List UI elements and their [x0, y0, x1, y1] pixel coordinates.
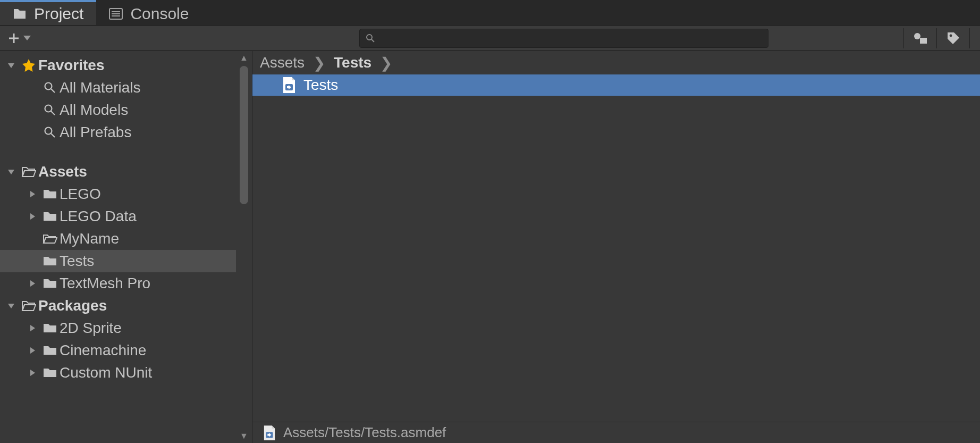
file-list: Tests	[252, 74, 980, 422]
svg-line-14	[51, 133, 55, 137]
tree-item-lego-data[interactable]: LEGO Data	[0, 205, 252, 228]
tree-label: 2D Sprite	[60, 320, 122, 337]
expand-toggle-icon[interactable]	[24, 280, 40, 287]
search-icon	[40, 127, 60, 138]
tree-header-packages[interactable]: Packages	[0, 295, 252, 317]
asmdef-icon	[263, 425, 276, 440]
chevron-right-icon: ❯	[380, 54, 392, 72]
tree-label: Packages	[38, 297, 107, 314]
svg-point-9	[45, 83, 52, 90]
svg-point-8	[949, 34, 952, 37]
star-icon	[19, 58, 38, 72]
tree-label: Tests	[60, 253, 94, 270]
folder-icon	[40, 345, 60, 356]
tree-item-all-prefabs[interactable]: All Prefabs	[0, 121, 252, 144]
tree-label: Favorites	[38, 57, 105, 74]
svg-point-11	[45, 105, 52, 112]
filter-by-type-button[interactable]	[903, 28, 936, 48]
folder-open-icon	[19, 300, 38, 312]
tab-console[interactable]: Console	[96, 0, 201, 25]
expand-toggle-icon[interactable]	[3, 302, 19, 310]
tree-label: All Materials	[60, 79, 140, 96]
sidebar-scrollbar[interactable]: ▲ ▼	[236, 51, 252, 443]
breadcrumb: Assets ❯ Tests ❯	[252, 51, 980, 74]
folder-open-icon	[19, 166, 38, 178]
search-input[interactable]	[380, 32, 762, 44]
filter-by-label-button[interactable]	[936, 28, 969, 48]
expand-toggle-icon[interactable]	[24, 347, 40, 354]
project-tree: Favorites All Materials All Models	[0, 51, 252, 443]
svg-rect-7	[920, 38, 927, 44]
chevron-right-icon: ❯	[313, 54, 325, 72]
tree-item-all-models[interactable]: All Models	[0, 99, 252, 121]
tab-label: Project	[34, 5, 83, 23]
scroll-down-icon[interactable]: ▼	[240, 429, 248, 443]
tree-header-assets[interactable]: Assets	[0, 161, 252, 183]
expand-toggle-icon[interactable]	[24, 324, 40, 332]
scroll-up-icon[interactable]: ▲	[240, 51, 248, 65]
expand-toggle-icon[interactable]	[24, 213, 40, 220]
svg-line-10	[51, 89, 55, 93]
project-content: Assets ❯ Tests ❯ Tests Assets/Tests/Test…	[252, 51, 980, 443]
search-icon	[40, 104, 60, 116]
svg-line-12	[51, 111, 55, 115]
folder-icon	[13, 8, 27, 20]
tree-label: Assets	[38, 163, 87, 180]
folder-icon	[40, 211, 60, 222]
tree-item-textmeshpro[interactable]: TextMesh Pro	[0, 272, 252, 295]
tree-label: LEGO	[60, 186, 101, 203]
folder-open-icon	[40, 233, 60, 244]
tree-label: TextMesh Pro	[60, 275, 150, 292]
tree-label: All Prefabs	[60, 124, 131, 141]
search-icon	[40, 82, 60, 94]
svg-point-6	[914, 33, 920, 39]
tree-item-myname[interactable]: MyName	[0, 228, 252, 250]
tree-item-lego[interactable]: LEGO	[0, 183, 252, 205]
add-button[interactable]	[0, 32, 31, 45]
breadcrumb-item[interactable]: Tests	[334, 54, 371, 71]
search-field[interactable]	[359, 29, 768, 48]
folder-icon	[40, 367, 60, 378]
plus-icon	[7, 32, 20, 45]
tree-item-tests[interactable]: Tests	[0, 250, 252, 272]
status-path: Assets/Tests/Tests.asmdef	[283, 424, 446, 441]
tree-item-cinemachine[interactable]: Cinemachine	[0, 339, 252, 362]
file-item-tests[interactable]: Tests	[252, 74, 980, 96]
svg-line-5	[371, 39, 374, 42]
tree-item-all-materials[interactable]: All Materials	[0, 77, 252, 99]
tree-label: MyName	[60, 230, 119, 247]
status-bar: Assets/Tests/Tests.asmdef	[252, 422, 980, 443]
project-toolbar	[0, 26, 980, 51]
scroll-thumb[interactable]	[240, 66, 248, 204]
svg-point-13	[45, 128, 52, 135]
folder-icon	[40, 189, 60, 199]
folder-icon	[40, 278, 60, 289]
tree-header-favorites[interactable]: Favorites	[0, 54, 252, 77]
file-label: Tests	[303, 77, 338, 94]
tree-item-2d-sprite[interactable]: 2D Sprite	[0, 317, 252, 339]
expand-toggle-icon[interactable]	[24, 369, 40, 377]
expand-toggle-icon[interactable]	[3, 62, 19, 69]
tree-label: Cinemachine	[60, 342, 146, 359]
tab-bar: Project Console	[0, 0, 980, 26]
tree-label: LEGO Data	[60, 208, 137, 225]
folder-icon	[40, 323, 60, 333]
expand-toggle-icon[interactable]	[24, 190, 40, 198]
search-icon	[366, 34, 375, 43]
asmdef-icon	[282, 77, 296, 93]
breadcrumb-item[interactable]: Assets	[260, 54, 305, 71]
hidden-packages-button[interactable]	[969, 28, 980, 48]
tree-label: Custom NUnit	[60, 364, 152, 381]
tree-label: All Models	[60, 102, 128, 119]
tab-project[interactable]: Project	[0, 0, 96, 25]
folder-icon	[40, 256, 60, 266]
dropdown-caret-icon	[23, 36, 31, 41]
tree-item-custom-nunit[interactable]: Custom NUnit	[0, 362, 252, 384]
expand-toggle-icon[interactable]	[3, 168, 19, 175]
tab-label: Console	[130, 5, 189, 23]
svg-point-4	[367, 35, 372, 40]
console-icon	[109, 8, 123, 20]
